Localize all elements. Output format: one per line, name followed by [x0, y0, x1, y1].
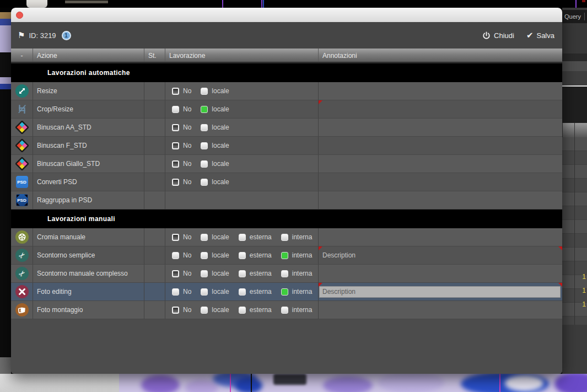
checkbox-no[interactable]: [172, 234, 179, 241]
scissors-icon: ✂: [11, 265, 33, 283]
column-header-lavorazione[interactable]: Lavorazione: [165, 49, 319, 62]
chiudi-button[interactable]: Chiudi: [482, 31, 514, 40]
checkbox-esterna[interactable]: [239, 270, 246, 277]
action-name: Scontorno manuale complesso: [33, 265, 144, 283]
status-cell: [144, 283, 165, 301]
checkbox-locale[interactable]: [201, 160, 208, 168]
status-cell: [144, 82, 165, 100]
annotation-cell[interactable]: [319, 155, 562, 173]
annotation-cell[interactable]: [319, 119, 562, 137]
table-row[interactable]: PSDConverti PSDNolocale: [11, 173, 562, 191]
tab-query[interactable]: Query: [564, 13, 581, 20]
status-cell: [144, 228, 165, 246]
action-name: Foto editing: [33, 283, 144, 301]
column-header-dash[interactable]: -: [11, 49, 33, 62]
psd-icon: PSD: [11, 173, 33, 191]
annotation-cell[interactable]: [319, 191, 562, 210]
background-cell-value: 1: [562, 273, 586, 281]
annotation-cell[interactable]: [319, 173, 562, 191]
checkbox-no[interactable]: [172, 179, 179, 186]
binuscan-icon: [11, 137, 33, 155]
column-header-st[interactable]: St.: [144, 49, 165, 62]
checkbox-locale[interactable]: [201, 106, 208, 113]
checkbox-locale[interactable]: [201, 252, 208, 259]
checkbox-label: locale: [212, 160, 229, 168]
checkbox-label: No: [183, 270, 191, 277]
checkbox-label: No: [183, 178, 191, 186]
table-row[interactable]: ResizeNolocale: [11, 82, 562, 100]
background-photo-top-strip: [0, 0, 587, 8]
checkbox-locale[interactable]: [201, 307, 208, 314]
checkbox-no[interactable]: [172, 106, 179, 113]
lavorazione-cell: Nolocaleesternainterna: [165, 228, 319, 246]
background-black-line: [251, 374, 252, 392]
background-band: [562, 87, 587, 123]
salva-button[interactable]: ✔ Salva: [526, 30, 554, 40]
checkbox-label: No: [183, 105, 191, 113]
table-row[interactable]: Foto editingNolocaleesternainterna: [11, 283, 562, 301]
table-row[interactable]: ✂Scontorno manuale complessoNolocaleeste…: [11, 265, 562, 283]
annotation-cell[interactable]: [319, 283, 562, 301]
background-app-right-edge: QueryK 1 1 1: [562, 8, 587, 374]
lavorazione-cell: Nolocaleesternainterna: [165, 246, 319, 265]
checkbox-interna[interactable]: [281, 270, 288, 277]
close-window-button[interactable]: [16, 12, 23, 19]
column-header-annotazioni[interactable]: Annotazioni: [319, 49, 562, 62]
checkbox-no[interactable]: [172, 288, 179, 296]
checkbox-no[interactable]: [172, 252, 179, 259]
checkbox-label: locale: [212, 270, 229, 277]
annotation-input[interactable]: [319, 286, 561, 298]
checkbox-esterna[interactable]: [239, 252, 246, 259]
crop-icon: [11, 100, 33, 119]
checkbox-no[interactable]: [172, 270, 179, 277]
status-cell: [144, 100, 165, 119]
checkbox-esterna[interactable]: [239, 307, 246, 314]
checkbox-label: interna: [292, 288, 313, 296]
table-row[interactable]: Binuscan F_STDNolocale: [11, 137, 562, 155]
checkbox-locale[interactable]: [201, 124, 208, 131]
annotation-cell[interactable]: [319, 265, 562, 283]
checkbox-label: No: [183, 306, 191, 314]
table-row[interactable]: ✂Scontorno sempliceNolocaleesternaintern…: [11, 246, 562, 265]
checkbox-locale[interactable]: [201, 142, 208, 149]
status-cell: [144, 301, 165, 319]
checkbox-interna[interactable]: [281, 288, 288, 296]
annotation-cell[interactable]: [319, 137, 562, 155]
table-row[interactable]: Crop/ResizeNolocale: [11, 100, 562, 119]
annotation-cell[interactable]: [319, 82, 562, 100]
checkbox-no[interactable]: [172, 124, 179, 131]
checkbox-interna[interactable]: [281, 234, 288, 241]
table-header: - Azione St. Lavorazione Annotazioni: [11, 49, 562, 63]
column-header-azione[interactable]: Azione: [33, 49, 144, 62]
status-cell: [144, 137, 165, 155]
checkbox-interna[interactable]: [281, 307, 288, 314]
annotation-cell[interactable]: [319, 100, 562, 119]
annotation-cell[interactable]: Description: [319, 246, 562, 265]
checkbox-esterna[interactable]: [239, 234, 246, 241]
table-row[interactable]: PSDRaggruppa in PSD: [11, 191, 562, 210]
annotation-cell[interactable]: [319, 228, 562, 246]
checkbox-no[interactable]: [172, 160, 179, 168]
lavorazione-cell: Nolocale: [165, 82, 319, 100]
annotation-cell[interactable]: [319, 301, 562, 319]
checkbox-no[interactable]: [172, 142, 179, 149]
checkbox-locale[interactable]: [201, 234, 208, 241]
checkbox-locale[interactable]: [201, 270, 208, 277]
checkbox-locale[interactable]: [201, 88, 208, 95]
psd-group-icon: PSD: [11, 191, 33, 210]
checkbox-no[interactable]: [172, 88, 179, 95]
checkbox-locale[interactable]: [201, 179, 208, 186]
dialog-titlebar[interactable]: [11, 8, 562, 22]
checkbox-label: No: [183, 142, 191, 149]
checkbox-esterna[interactable]: [239, 288, 246, 296]
checkbox-label: interna: [292, 306, 313, 314]
table-row[interactable]: Binuscan AA_STDNolocale: [11, 119, 562, 137]
section-header: Lavorazioni manuali: [11, 210, 562, 228]
background-tab-bar: QueryK: [562, 10, 587, 23]
table-row[interactable]: Cromia manualeNolocaleesternainterna: [11, 228, 562, 246]
table-row[interactable]: Foto montaggioNolocaleesternainterna: [11, 301, 562, 319]
checkbox-no[interactable]: [172, 307, 179, 314]
checkbox-interna[interactable]: [281, 252, 288, 259]
table-row[interactable]: Binuscan Giallo_STDNolocale: [11, 155, 562, 173]
checkbox-locale[interactable]: [201, 288, 208, 296]
